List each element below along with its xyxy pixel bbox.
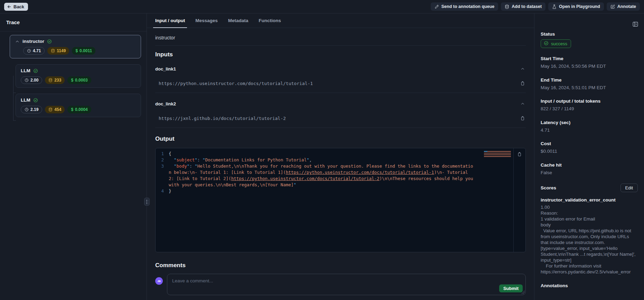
tree-connector-line (13, 93, 16, 93)
code-text: { (169, 151, 525, 157)
back-button[interactable]: Back (4, 3, 28, 11)
status-label: Status (541, 31, 638, 37)
line-number: 4 (156, 188, 169, 194)
score-reason: Reason:1 validation error for Emailbody … (541, 210, 638, 275)
submit-comment-button[interactable]: Submit (499, 284, 523, 292)
send-to-annotation-queue-label: Send to annotation queue (441, 4, 494, 9)
trace-sidebar: Trace instructor4.711149$0.0011LLM2.0023… (0, 13, 147, 300)
copy-output-button[interactable] (516, 151, 523, 159)
code-url: https://python.useinstructor.com/docs/tu… (286, 170, 434, 175)
scores-label: Scores (541, 185, 556, 190)
clock-icon (25, 107, 29, 112)
divider (155, 93, 526, 93)
code-minimap (484, 151, 511, 157)
latency-value: 4.71 (541, 127, 638, 133)
textarea-resize-handle[interactable] (521, 291, 525, 294)
latency-pill: 2.19 (21, 106, 42, 113)
pen-tag-icon (435, 4, 439, 9)
input-value-row: https://python.useinstructor.com/docs/tu… (155, 80, 526, 87)
annotate-button[interactable]: Annotate (607, 2, 640, 11)
clipboard-icon (520, 81, 525, 86)
score-reason-line: Reason: (541, 210, 638, 216)
trace-node-header: instructor (15, 39, 136, 44)
back-label: Back (13, 4, 24, 9)
collapse-section-button[interactable] (520, 101, 526, 107)
code-token-q: " (174, 157, 177, 162)
trace-node-header: LLM (21, 97, 136, 103)
code-url: https://python.useinstructor.com/docs/tu… (231, 176, 380, 181)
code-text: } (169, 188, 525, 194)
output-heading: Output (155, 135, 526, 142)
end-time-value: May 16, 2024, 5:51:01 PM EDT (541, 85, 638, 91)
add-to-dataset-button[interactable]: Add to dataset (501, 2, 545, 11)
clipboard-icon (517, 152, 522, 158)
code-token-punct (169, 163, 174, 169)
tokens-value: 822 / 327 / 1149 (541, 106, 638, 112)
status-value: success (551, 41, 567, 46)
copy-input-button[interactable] (519, 80, 526, 87)
divider (155, 128, 526, 128)
trace-node-header: LLM (21, 68, 136, 73)
send-to-annotation-queue-button[interactable]: Send to annotation queue (431, 2, 498, 11)
check-circle-icon (544, 41, 549, 47)
code-token-punct: : (189, 163, 195, 169)
open-in-playground-button[interactable]: Open in Playground (548, 2, 604, 11)
check-circle-icon (47, 39, 52, 44)
trace-node-instructor[interactable]: instructor4.711149$0.0011 (10, 35, 141, 58)
end-time-label: End Time (541, 77, 638, 83)
score-reason-line: For further information visit https://er… (541, 263, 638, 275)
score-reason-line: 1 validation error for Email (541, 216, 638, 222)
trace-node-name: LLM (21, 97, 30, 103)
code-text: "body": "Hello Student,\n\nThank you for… (169, 163, 525, 188)
input-label-doc-link2: doc_link2 (155, 101, 176, 106)
code-token-punct: , (309, 157, 312, 162)
code-token-punct (169, 157, 174, 162)
trace-node-llm[interactable]: LLM2.19454$0.0004 (16, 94, 141, 117)
comment-input[interactable] (167, 274, 525, 295)
observation-title: instructor (155, 35, 526, 40)
tab-input-output[interactable]: Input / output (155, 13, 185, 28)
topbar-actions: Send to annotation queueAdd to datasetOp… (431, 2, 640, 11)
code-line: 1{ (156, 151, 525, 157)
edit-scores-button[interactable]: Edit (620, 184, 638, 192)
tokens-pill: 1149 (47, 47, 69, 55)
minimap-edge (513, 148, 514, 252)
open-in-playground-label: Open in Playground (559, 4, 600, 9)
tab-metadata[interactable]: Metadata (228, 13, 249, 28)
tab-bar: Input / outputMessagesMetadataFunctions (147, 13, 534, 28)
code-line: 2 "subject": "Documentation Links for Py… (156, 157, 525, 163)
panel-resize-handle[interactable] (144, 198, 150, 206)
cost-value: 0.0004 (75, 107, 88, 112)
inputs-list: doc_link1https://python.useinstructor.co… (155, 66, 526, 128)
line-number: 1 (156, 151, 169, 157)
code-line: 3 "body": "Hello Student,\n\nThank you f… (156, 163, 525, 188)
tab-functions[interactable]: Functions (259, 13, 281, 28)
add-to-dataset-label: Add to dataset (512, 4, 542, 9)
input-url-value: https://python.useinstructor.com/docs/tu… (159, 81, 313, 86)
score-value: 1.00 (541, 204, 638, 210)
latency-value: 4.71 (33, 48, 41, 53)
annotations-label: Annotations (541, 283, 638, 288)
input-section-header: doc_link1 (155, 66, 526, 72)
trace-title: Trace (0, 13, 147, 31)
output-code-editor: 1{2 "subject": "Documentation Links for … (155, 148, 526, 252)
cost-label: Cost (541, 141, 638, 146)
cost-pill: $0.0004 (67, 106, 91, 113)
collapse-caret-icon[interactable] (15, 39, 20, 44)
input-label-doc-link1: doc_link1 (155, 66, 176, 72)
code-token-q: " (293, 182, 296, 187)
collapse-section-button[interactable] (520, 66, 526, 72)
collapse-panel-icon[interactable] (632, 21, 638, 28)
main-panel: Input / outputMessagesMetadataFunctions … (147, 13, 534, 300)
code-token-str: Documentation Links for Python Tutorial (205, 157, 307, 162)
code-text: "subject": "Documentation Links for Pyth… (169, 157, 525, 163)
comment-box: Submit (167, 274, 526, 295)
tab-messages[interactable]: Messages (195, 13, 218, 28)
trace-node-name: instructor (22, 39, 44, 44)
trace-node-llm[interactable]: LLM2.00233$0.0003 (16, 64, 141, 88)
io-content: instructor Inputs doc_link1https://pytho… (147, 28, 534, 300)
chevron-up-icon (520, 66, 525, 71)
copy-input-button[interactable] (519, 115, 526, 122)
db-small-icon (48, 107, 53, 112)
code-token-key: body (177, 163, 187, 169)
